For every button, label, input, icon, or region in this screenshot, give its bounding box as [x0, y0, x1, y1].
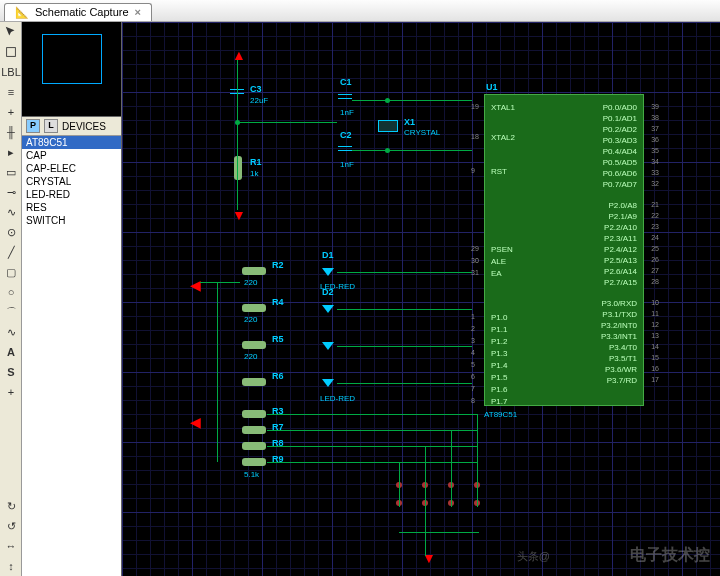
tool-rect[interactable]: ▢ — [0, 262, 22, 282]
device-item[interactable]: AT89C51 — [22, 136, 121, 149]
tool-junction[interactable]: ▸ — [0, 142, 22, 162]
x1-value: CRYSTAL — [404, 128, 440, 137]
devices-btn-p[interactable]: P — [26, 119, 40, 133]
r4-symbol[interactable] — [242, 304, 266, 312]
pin-number: 5 — [471, 361, 475, 368]
d4-symbol[interactable] — [320, 375, 336, 391]
device-item[interactable]: RES — [22, 201, 121, 214]
pin-label: P1.6 — [491, 385, 507, 394]
pin-number: 19 — [471, 103, 479, 110]
pin-label: PSEN — [491, 245, 513, 254]
wire — [399, 462, 400, 507]
r2-label: R2 — [272, 260, 284, 270]
device-item[interactable]: CAP-ELEC — [22, 162, 121, 175]
r9-value: 5.1k — [244, 470, 259, 479]
tool-plus[interactable]: + — [0, 382, 22, 402]
pin-label: P0.6/AD6 — [603, 169, 637, 178]
r4-label: R4 — [272, 297, 284, 307]
tool-arc[interactable]: ∿ — [0, 202, 22, 222]
power-vcc-icon: ▲ — [232, 47, 246, 63]
wire — [217, 282, 218, 462]
tool-label[interactable]: LBL — [0, 62, 22, 82]
preview-outline — [42, 34, 102, 84]
pin-label: RST — [491, 167, 507, 176]
device-list[interactable]: AT89C51CAPCAP-ELECCRYSTALLED-REDRESSWITC… — [22, 136, 121, 576]
r1-value: 1k — [250, 169, 258, 178]
tool-path[interactable]: ∿ — [0, 322, 22, 342]
tool-wire[interactable]: + — [0, 102, 22, 122]
r2-symbol[interactable] — [242, 267, 266, 275]
pin-number: 14 — [651, 343, 659, 350]
wire — [237, 60, 238, 210]
pin-label: P3.0/RXD — [601, 299, 637, 308]
tool-mirror-h[interactable]: ↔ — [0, 536, 22, 556]
tab-close-icon[interactable]: × — [135, 6, 141, 19]
device-item[interactable]: CAP — [22, 149, 121, 162]
tool-s[interactable]: S — [0, 362, 22, 382]
tool-pointer[interactable] — [0, 22, 22, 42]
junction — [385, 98, 390, 103]
pin-label: P3.3/INT1 — [601, 332, 637, 341]
u1-chip[interactable]: XTAL119XTAL218RST9PSEN29ALE30EA31P1.01P1… — [484, 94, 644, 406]
left-panel: P L DEVICES AT89C51CAPCAP-ELECCRYSTALLED… — [22, 22, 122, 576]
tool-generator[interactable]: ⊙ — [0, 222, 22, 242]
pin-number: 26 — [651, 256, 659, 263]
preview-pane[interactable] — [22, 22, 121, 117]
devices-btn-l[interactable]: L — [44, 119, 58, 133]
tool-a[interactable]: A — [0, 342, 22, 362]
pin-number: 29 — [471, 245, 479, 252]
tool-mirror-v[interactable]: ↕ — [0, 556, 22, 576]
pin-label: P2.7/A15 — [604, 278, 637, 287]
wire — [399, 532, 479, 533]
pin-number: 27 — [651, 267, 659, 274]
d1-symbol[interactable] — [320, 264, 336, 280]
r7-symbol[interactable] — [242, 426, 266, 434]
tool-arc2[interactable]: ⌒ — [0, 302, 22, 322]
device-item[interactable]: SWITCH — [22, 214, 121, 227]
pin-number: 3 — [471, 337, 475, 344]
pin-number: 25 — [651, 245, 659, 252]
r1-symbol[interactable] — [234, 156, 242, 180]
pin-number: 35 — [651, 147, 659, 154]
c2-symbol[interactable] — [338, 144, 352, 154]
r6-label: R6 — [272, 371, 284, 381]
schematic-canvas[interactable]: ▲ ▼ ◀ ◀ ▼ C3 22uF C1 1nF C2 1nF X1 CRYST… — [122, 22, 720, 576]
tool-rotate-cw[interactable]: ↻ — [0, 496, 22, 516]
pin-number: 37 — [651, 125, 659, 132]
d2-symbol[interactable] — [320, 301, 336, 317]
r5-value: 220 — [244, 352, 257, 361]
tool-line[interactable]: ╱ — [0, 242, 22, 262]
c3-label: C3 — [250, 84, 262, 94]
r5-symbol[interactable] — [242, 341, 266, 349]
pin-label: ALE — [491, 257, 506, 266]
tool-rotate-ccw[interactable]: ↺ — [0, 516, 22, 536]
x1-symbol[interactable] — [378, 120, 398, 132]
tool-component[interactable]: ▭ — [0, 162, 22, 182]
pin-number: 1 — [471, 313, 475, 320]
pin-label: P2.0/A8 — [609, 201, 637, 210]
wire — [425, 446, 426, 556]
wire — [477, 414, 478, 507]
tab-schematic[interactable]: 📐 Schematic Capture × — [4, 3, 152, 21]
wire — [267, 430, 477, 431]
device-item[interactable]: CRYSTAL — [22, 175, 121, 188]
tool-text[interactable]: ≡ — [0, 82, 22, 102]
pin-label: P0.3/AD3 — [603, 136, 637, 145]
tool-bus[interactable]: ╫ — [0, 122, 22, 142]
c1-label: C1 — [340, 77, 352, 87]
pin-number: 24 — [651, 234, 659, 241]
device-item[interactable]: LED-RED — [22, 188, 121, 201]
pin-number: 8 — [471, 397, 475, 404]
pin-label: P0.5/AD5 — [603, 158, 637, 167]
tab-icon: 📐 — [15, 6, 29, 19]
c1-symbol[interactable] — [338, 92, 352, 102]
tool-circle[interactable]: ○ — [0, 282, 22, 302]
d3-symbol[interactable] — [320, 338, 336, 354]
r3-symbol[interactable] — [242, 410, 266, 418]
tool-block[interactable] — [0, 42, 22, 62]
r6-symbol[interactable] — [242, 378, 266, 386]
tool-terminal[interactable]: ⊸ — [0, 182, 22, 202]
r9-symbol[interactable] — [242, 458, 266, 466]
wire — [451, 430, 452, 507]
r8-symbol[interactable] — [242, 442, 266, 450]
